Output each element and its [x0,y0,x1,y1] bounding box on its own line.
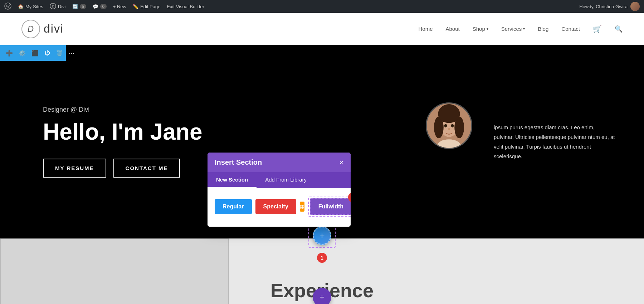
updates-btn[interactable]: 🔄 5 [72,4,86,9]
svg-text:D: D [52,5,54,8]
avatar-image [426,102,472,149]
fullwidth-section-button[interactable]: Fullwidth [310,198,351,215]
contact-me-button[interactable]: CONTACT ME [113,159,180,178]
delete-toolbar-icon[interactable]: 🗑️ [56,50,63,57]
more-toolbar-icon[interactable]: ⋯ [69,50,74,57]
hero-subtitle: Designer @ Divi [43,106,601,114]
add-section-button[interactable]: + [313,226,331,245]
columns-toolbar-icon[interactable]: ⬛ [31,50,39,57]
wp-logo-btn[interactable]: W [4,3,11,11]
modal-close-button[interactable]: × [339,159,343,166]
my-sites-btn[interactable]: 🏠 My Sites [18,4,43,9]
regular-section-button[interactable]: Regular [215,199,252,214]
add-section-area: + 1 [308,223,336,248]
nav-cart-icon[interactable]: 🛒 [593,25,602,33]
site-header: D divi Home About Shop ▾ Services ▾ Blog… [0,13,644,45]
specialty-icon: ▦ [300,202,304,212]
modal-title: Insert Section [215,158,262,167]
nav-services[interactable]: Services ▾ [501,26,525,32]
svg-point-9 [439,108,459,123]
hero-avatar-container [426,102,472,149]
comments-icon: 💬 [93,4,98,9]
exit-builder-btn[interactable]: Exit Visual Builder [167,4,204,9]
divi-icon: D [50,3,56,10]
wp-icon: W [4,3,11,11]
resume-button[interactable]: MY RESUME [43,159,106,178]
shop-chevron-icon: ▾ [487,27,488,31]
hero-title: Hello, I'm Jane [43,119,601,144]
insert-section-modal: Insert Section × New Section Add From Li… [208,153,351,227]
sites-icon: 🏠 [18,4,24,9]
site-nav: Home About Shop ▾ Services ▾ Blog Contac… [418,25,623,33]
add-section-dashed-border: + [308,223,336,248]
nav-shop[interactable]: Shop ▾ [473,26,488,32]
new-content-btn[interactable]: + New [113,4,126,9]
modal-body: Regular Specialty ▦ Fullwidth 2 [208,188,351,227]
svg-point-11 [444,124,447,127]
nav-search-btn[interactable]: 🔍 [615,25,623,33]
nav-contact[interactable]: Contact [561,26,580,32]
site-logo[interactable]: D divi [21,20,64,38]
cart-icon: 🛒 [593,25,602,33]
modal-container: Insert Section × New Section Add From Li… [208,153,351,227]
edit-page-btn[interactable]: ✏️ Edit Page [133,4,160,9]
enable-toolbar-icon[interactable]: ⏻ [44,50,50,56]
svg-text:W: W [6,4,10,9]
modal-tabs: New Section Add From Library [208,172,351,188]
updates-icon: 🔄 [72,4,78,9]
nav-blog[interactable]: Blog [538,26,548,32]
services-chevron-icon: ▾ [523,27,525,31]
badge-1: 1 [317,253,327,263]
logo-circle-icon: D [21,20,40,38]
comments-btn[interactable]: 💬 0 [93,4,107,9]
add-section-toolbar-icon[interactable]: ➕ [6,50,13,57]
svg-point-13 [448,128,450,131]
avatar [630,2,640,11]
specialty-section-button[interactable]: Specialty [255,199,296,214]
modal-header: Insert Section × [208,153,351,172]
new-section-tab[interactable]: New Section [208,172,257,188]
admin-bar: W 🏠 My Sites D Divi 🔄 5 💬 0 + New ✏️ Edi… [0,0,644,13]
add-section-bottom-area: + [313,288,331,304]
fullwidth-dashed-container: Fullwidth 2 [308,197,351,217]
vb-toolbar: ➕ ⚙️ ⬛ ⏻ 🗑️ ⋯ [0,45,66,61]
svg-point-12 [451,124,454,127]
gray-section: + Experience [0,238,644,304]
nav-about[interactable]: About [445,26,459,32]
gray-left-panel [0,238,229,304]
divi-btn[interactable]: D Divi [50,3,66,10]
settings-toolbar-icon[interactable]: ⚙️ [19,50,26,57]
add-from-library-tab[interactable]: Add From Library [257,172,315,188]
admin-bar-right: Howdy, Christina Gwira [579,2,640,11]
nav-home[interactable]: Home [418,26,433,32]
pencil-icon: ✏️ [133,4,138,9]
add-section-bottom-button[interactable]: + [313,288,331,304]
search-icon: 🔍 [615,25,623,33]
